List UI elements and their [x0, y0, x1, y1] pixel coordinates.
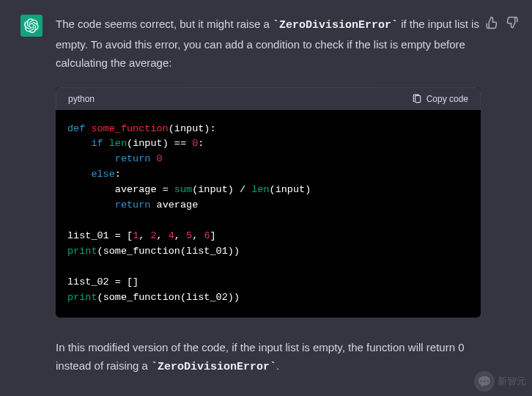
assistant-message: The code seems correct, but it might rai…: [0, 0, 532, 392]
inline-code-error-2: `ZeroDivisionError`: [151, 361, 276, 373]
watermark-text: 新智元: [498, 375, 526, 388]
feedback-buttons: [485, 16, 519, 29]
thumbs-up-icon[interactable]: [485, 16, 498, 29]
intro-paragraph: The code seems correct, but it might rai…: [56, 15, 481, 73]
copy-code-button[interactable]: Copy code: [412, 94, 468, 104]
thumbs-down-icon[interactable]: [506, 16, 519, 29]
code-language-label: python: [68, 94, 95, 104]
outro-text-2: .: [276, 359, 279, 372]
inline-code-error-1: `ZeroDivisionError`: [273, 19, 398, 32]
clipboard-icon: [412, 94, 422, 104]
openai-logo-icon: [24, 18, 39, 33]
outro-paragraph: In this modified version of the code, if…: [56, 338, 481, 377]
code-body[interactable]: def some_function(input): if len(input) …: [56, 110, 481, 318]
svg-rect-0: [415, 95, 420, 102]
assistant-avatar: [21, 15, 43, 37]
copy-code-label: Copy code: [426, 94, 468, 104]
watermark: 💬 新智元: [474, 371, 526, 392]
code-block: python Copy code def some_function(input…: [56, 87, 481, 318]
message-content: The code seems correct, but it might rai…: [56, 15, 481, 392]
watermark-bubble-icon: 💬: [474, 371, 495, 392]
intro-text-1: The code seems correct, but it might rai…: [56, 18, 273, 30]
code-header: python Copy code: [56, 87, 481, 110]
